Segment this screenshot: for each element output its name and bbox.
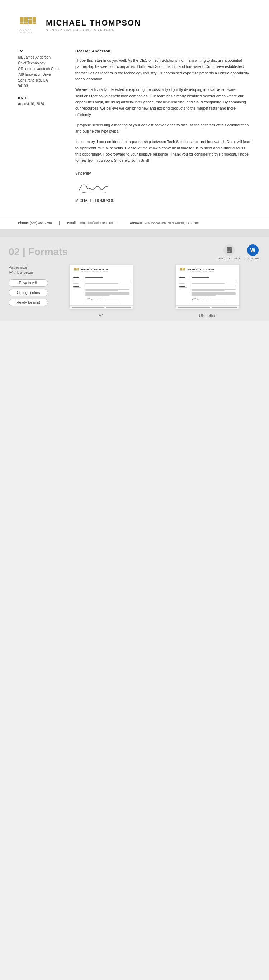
section-divider [0, 229, 269, 237]
us-letter-label: US Letter [199, 312, 215, 321]
a4-mini-footer [70, 305, 133, 309]
formats-sidebar: Paper size: A4 / US Letter Easy to edit … [9, 265, 48, 321]
logo-svg: COMPANY TAG LINE HERE [18, 16, 39, 34]
us-logo [179, 268, 186, 274]
a4-mini-body [73, 277, 130, 303]
us-date-title [179, 286, 185, 287]
us-mini-footer [176, 305, 239, 309]
logo: COMPANY TAG LINE HERE [18, 14, 40, 36]
paragraph-1: I hope this letter finds you well. As th… [75, 57, 251, 82]
a4-mini-left [73, 277, 83, 303]
letter-left: To Mr. James Anderson Chief Technology O… [18, 49, 65, 203]
paragraph-4: In summary, I am confident that a partne… [75, 139, 251, 164]
svg-rect-0 [20, 17, 24, 22]
svg-rect-11 [227, 249, 231, 250]
svg-rect-21 [78, 269, 79, 270]
svg-rect-3 [24, 22, 28, 24]
a4-mini-sig [85, 297, 107, 301]
a4-mini-subtitle: SENIOR OPERATIONS MANAGER [81, 270, 109, 272]
svg-rect-7 [33, 22, 36, 24]
recipient-zip: 94103 [18, 84, 28, 88]
svg-rect-14 [74, 268, 74, 269]
google-docs-label: Google Docs [218, 257, 241, 260]
footer-address: Address: 789 Innovation Drive Austin, TX… [130, 221, 200, 225]
to-label: To [18, 49, 65, 52]
formats-layout: Paper size: A4 / US Letter Easy to edit … [9, 265, 260, 321]
a4-preview-col: MICHAEL THOMPSON SENIOR OPERATIONS MANAG… [48, 265, 154, 321]
svg-rect-4 [28, 17, 32, 19]
closing-text: Sincerely, [75, 171, 251, 175]
us-letter-preview-col: MICHAEL THOMPSON SENIOR OPERATIONS MANAG… [154, 265, 260, 321]
ready-print-button[interactable]: Ready for print [9, 299, 48, 306]
date-label: Date [18, 96, 65, 100]
recipient-company: Officer Innovatetech Corp. [18, 67, 60, 71]
svg-text:TAG LINE HERE: TAG LINE HERE [19, 32, 34, 34]
formats-title-text: Formats [28, 246, 68, 257]
google-docs-icon-item[interactable]: Google Docs [218, 244, 241, 260]
change-colors-button[interactable]: Change colors [9, 289, 48, 296]
google-docs-circle [223, 244, 235, 256]
us-letter-inner: MICHAEL THOMPSON SENIOR OPERATIONS MANAG… [176, 265, 239, 306]
salutation: Dear Mr. Anderson, [75, 49, 251, 53]
paper-size-label: Paper size: A4 / US Letter [9, 265, 48, 275]
formats-header: 02 | Formats Google Docs [9, 244, 260, 260]
formats-icons: Google Docs W MS Word [218, 244, 260, 260]
a4-date-title [73, 286, 79, 287]
ms-word-label: MS Word [245, 257, 260, 260]
signature-svg [75, 178, 119, 197]
svg-rect-22 [180, 268, 181, 269]
svg-rect-17 [75, 269, 76, 270]
a4-label: A4 [99, 312, 103, 321]
top-letter-section: COMPANY TAG LINE HERE MICHAEL THOMPSON S… [0, 0, 269, 229]
svg-rect-19 [78, 268, 79, 269]
svg-rect-23 [181, 268, 182, 269]
svg-rect-16 [74, 269, 74, 270]
us-mini-subtitle: SENIOR OPERATIONS MANAGER [188, 270, 215, 272]
us-to-title [179, 277, 185, 278]
svg-rect-29 [184, 269, 185, 270]
recipient-city: San Francisco, CA [18, 78, 48, 82]
formats-title-separator: | [22, 246, 28, 257]
letter-page: COMPANY TAG LINE HERE MICHAEL THOMPSON S… [0, 0, 269, 217]
google-docs-svg [226, 247, 233, 253]
ms-word-icon-item[interactable]: W MS Word [245, 244, 260, 260]
address-label: Address: [130, 221, 144, 225]
svg-rect-15 [75, 268, 76, 269]
a4-mini-right [85, 277, 130, 303]
letter-header: COMPANY TAG LINE HERE MICHAEL THOMPSON S… [18, 14, 251, 36]
recipient-title: Chief Technology [18, 61, 46, 65]
us-mini-left [179, 277, 189, 303]
svg-rect-28 [182, 269, 183, 270]
a4-logo [73, 268, 80, 274]
signature-area [75, 177, 251, 198]
footer-phone: Phone: (555) 456-7890 [18, 221, 52, 225]
phone-value: (555) 456-7890 [30, 221, 52, 224]
svg-text:COMPANY: COMPANY [19, 29, 31, 31]
sender-title: SENIOR OPERATIONS MANAGER [46, 29, 141, 32]
us-mini-body [179, 277, 236, 303]
letter-footer: Phone: (555) 456-7890 | Email: thompson@… [0, 217, 269, 229]
recipient-address: Mr. James Anderson Chief Technology Offi… [18, 55, 65, 89]
svg-rect-1 [24, 17, 28, 22]
a4-preview-card: MICHAEL THOMPSON SENIOR OPERATIONS MANAG… [70, 265, 133, 309]
date-value: August 10, 2024 [18, 102, 65, 106]
formats-number: 02 [9, 246, 20, 257]
svg-rect-5 [33, 17, 36, 22]
ms-word-circle: W [247, 244, 259, 256]
formats-title: 02 | Formats [9, 246, 68, 258]
us-mini-sig [191, 297, 213, 301]
sender-name: MICHAEL THOMPSON [46, 18, 141, 28]
svg-rect-26 [182, 268, 183, 269]
a4-letter-inner: MICHAEL THOMPSON SENIOR OPERATIONS MANAG… [70, 265, 133, 306]
svg-rect-25 [181, 269, 182, 270]
email-value: thompson@oriontech.com [78, 221, 115, 224]
footer-email: Email: thompson@oriontech.com [67, 221, 116, 225]
ms-word-letter: W [250, 247, 256, 253]
svg-rect-12 [227, 250, 231, 250]
svg-rect-20 [76, 269, 77, 270]
a4-to-title [73, 277, 79, 278]
us-letter-preview-card: MICHAEL THOMPSON SENIOR OPERATIONS MANAG… [176, 265, 239, 309]
letter-body: To Mr. James Anderson Chief Technology O… [18, 49, 251, 203]
sender-name-closing: MICHAEL THOMPSON [75, 198, 251, 203]
easy-edit-button[interactable]: Easy to edit [9, 279, 48, 287]
